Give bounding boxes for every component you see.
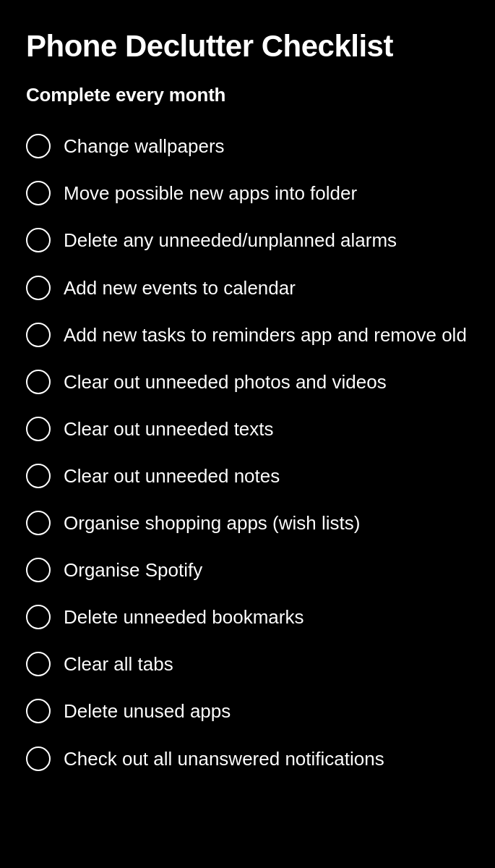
list-item: Delete unneeded bookmarks [26, 593, 469, 640]
checkbox-organise-shopping[interactable] [26, 511, 51, 535]
list-item: Organise Spotify [26, 546, 469, 593]
checkbox-delete-unused-apps[interactable] [26, 699, 51, 723]
item-label-add-calendar-events: Add new events to calendar [64, 274, 296, 301]
checkbox-check-notifications[interactable] [26, 746, 51, 771]
list-item: Check out all unanswered notifications [26, 735, 469, 782]
item-label-delete-alarms: Delete any unneeded/unplanned alarms [64, 226, 397, 253]
checkbox-add-calendar-events[interactable] [26, 276, 51, 300]
item-label-clear-texts: Clear out unneeded texts [64, 415, 274, 442]
checklist: Change wallpapersMove possible new apps … [26, 122, 469, 781]
list-item: Change wallpapers [26, 122, 469, 169]
list-item: Delete unused apps [26, 687, 469, 734]
item-label-organise-shopping: Organise shopping apps (wish lists) [64, 509, 360, 536]
checkbox-add-reminders[interactable] [26, 323, 51, 347]
section-heading: Complete every month [26, 84, 469, 106]
checkbox-clear-notes[interactable] [26, 464, 51, 488]
checkbox-delete-alarms[interactable] [26, 228, 51, 252]
list-item: Delete any unneeded/unplanned alarms [26, 216, 469, 263]
item-label-check-notifications: Check out all unanswered notifications [64, 745, 384, 772]
item-label-clear-tabs: Clear all tabs [64, 650, 173, 677]
item-label-change-wallpapers: Change wallpapers [64, 132, 225, 159]
item-label-delete-bookmarks: Delete unneeded bookmarks [64, 603, 304, 630]
checkbox-organise-spotify[interactable] [26, 558, 51, 582]
list-item: Add new tasks to reminders app and remov… [26, 311, 469, 358]
checkbox-clear-photos-videos[interactable] [26, 370, 51, 394]
item-label-delete-unused-apps: Delete unused apps [64, 697, 231, 724]
list-item: Clear out unneeded texts [26, 405, 469, 452]
list-item: Clear out unneeded notes [26, 452, 469, 499]
item-label-clear-notes: Clear out unneeded notes [64, 462, 280, 489]
checkbox-clear-texts[interactable] [26, 417, 51, 441]
checkbox-clear-tabs[interactable] [26, 652, 51, 676]
item-label-clear-photos-videos: Clear out unneeded photos and videos [64, 368, 387, 395]
list-item: Clear all tabs [26, 640, 469, 687]
checkbox-delete-bookmarks[interactable] [26, 605, 51, 629]
list-item: Organise shopping apps (wish lists) [26, 499, 469, 546]
list-item: Add new events to calendar [26, 264, 469, 311]
item-label-move-apps-folder: Move possible new apps into folder [64, 179, 357, 206]
item-label-organise-spotify: Organise Spotify [64, 556, 202, 583]
checkbox-move-apps-folder[interactable] [26, 181, 51, 205]
page-title: Phone Declutter Checklist [26, 29, 469, 64]
list-item: Clear out unneeded photos and videos [26, 358, 469, 405]
list-item: Move possible new apps into folder [26, 169, 469, 216]
item-label-add-reminders: Add new tasks to reminders app and remov… [64, 321, 467, 348]
checkbox-change-wallpapers[interactable] [26, 134, 51, 158]
